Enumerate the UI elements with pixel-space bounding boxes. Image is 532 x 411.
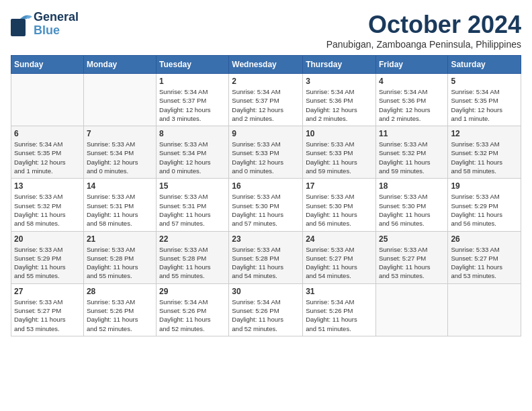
day-number: 1 bbox=[159, 77, 226, 86]
day-number: 27 bbox=[14, 287, 81, 296]
day-info: Sunrise: 5:33 AM Sunset: 5:29 PM Dayligh… bbox=[14, 245, 81, 281]
day-number: 22 bbox=[159, 234, 226, 244]
calendar-cell: 18Sunrise: 5:33 AM Sunset: 5:30 PM Dayli… bbox=[375, 179, 447, 231]
day-number: 8 bbox=[159, 129, 226, 138]
day-number: 5 bbox=[451, 77, 518, 86]
calendar-cell: 22Sunrise: 5:33 AM Sunset: 5:28 PM Dayli… bbox=[157, 231, 229, 283]
header-friday: Friday bbox=[375, 56, 447, 74]
day-info: Sunrise: 5:33 AM Sunset: 5:27 PM Dayligh… bbox=[14, 298, 81, 333]
day-number: 7 bbox=[87, 129, 153, 138]
calendar-cell: 11Sunrise: 5:33 AM Sunset: 5:32 PM Dayli… bbox=[375, 126, 447, 179]
calendar-cell bbox=[11, 74, 84, 126]
day-number: 30 bbox=[232, 287, 300, 296]
location: Panubigan, Zamboanga Peninsula, Philippi… bbox=[326, 39, 521, 50]
day-number: 31 bbox=[306, 287, 373, 296]
header-wednesday: Wednesday bbox=[229, 56, 303, 74]
header-sunday: Sunday bbox=[11, 56, 84, 74]
day-info: Sunrise: 5:33 AM Sunset: 5:31 PM Dayligh… bbox=[87, 192, 153, 228]
day-number: 25 bbox=[379, 234, 445, 244]
header-thursday: Thursday bbox=[303, 56, 376, 74]
day-number: 3 bbox=[306, 77, 373, 86]
day-number: 16 bbox=[232, 181, 300, 191]
logo-blue-text: Blue bbox=[34, 24, 79, 38]
day-number: 19 bbox=[451, 181, 518, 191]
header-row: Sunday Monday Tuesday Wednesday Thursday… bbox=[11, 56, 521, 74]
day-number: 13 bbox=[14, 181, 81, 191]
logo-general-text: General bbox=[34, 11, 79, 24]
calendar-cell: 24Sunrise: 5:33 AM Sunset: 5:27 PM Dayli… bbox=[303, 231, 376, 283]
day-info: Sunrise: 5:33 AM Sunset: 5:28 PM Dayligh… bbox=[87, 245, 153, 281]
day-info: Sunrise: 5:34 AM Sunset: 5:37 PM Dayligh… bbox=[159, 87, 226, 123]
day-info: Sunrise: 5:33 AM Sunset: 5:27 PM Dayligh… bbox=[306, 245, 373, 281]
calendar-week-4: 20Sunrise: 5:33 AM Sunset: 5:29 PM Dayli… bbox=[11, 231, 521, 283]
day-number: 18 bbox=[379, 181, 445, 191]
calendar-cell: 8Sunrise: 5:33 AM Sunset: 5:34 PM Daylig… bbox=[157, 126, 229, 179]
day-info: Sunrise: 5:34 AM Sunset: 5:36 PM Dayligh… bbox=[379, 87, 445, 123]
calendar-cell: 6Sunrise: 5:34 AM Sunset: 5:35 PM Daylig… bbox=[11, 126, 84, 179]
day-number: 14 bbox=[87, 181, 153, 191]
calendar-cell: 7Sunrise: 5:33 AM Sunset: 5:34 PM Daylig… bbox=[83, 126, 156, 179]
calendar-cell: 28Sunrise: 5:33 AM Sunset: 5:26 PM Dayli… bbox=[83, 283, 156, 336]
day-info: Sunrise: 5:33 AM Sunset: 5:28 PM Dayligh… bbox=[232, 245, 300, 281]
logo-icon bbox=[11, 12, 32, 36]
day-info: Sunrise: 5:33 AM Sunset: 5:32 PM Dayligh… bbox=[379, 140, 445, 175]
header-saturday: Saturday bbox=[448, 56, 521, 74]
day-number: 15 bbox=[159, 181, 226, 191]
svg-rect-0 bbox=[11, 19, 26, 36]
calendar-cell: 27Sunrise: 5:33 AM Sunset: 5:27 PM Dayli… bbox=[11, 283, 84, 336]
day-info: Sunrise: 5:33 AM Sunset: 5:34 PM Dayligh… bbox=[159, 140, 226, 175]
calendar-cell: 21Sunrise: 5:33 AM Sunset: 5:28 PM Dayli… bbox=[83, 231, 156, 283]
day-info: Sunrise: 5:33 AM Sunset: 5:30 PM Dayligh… bbox=[306, 192, 373, 228]
month-title: October 2024 bbox=[326, 11, 521, 39]
calendar-table: Sunday Monday Tuesday Wednesday Thursday… bbox=[11, 55, 521, 336]
day-info: Sunrise: 5:34 AM Sunset: 5:26 PM Dayligh… bbox=[232, 298, 300, 333]
day-info: Sunrise: 5:33 AM Sunset: 5:32 PM Dayligh… bbox=[451, 140, 518, 175]
day-number: 9 bbox=[232, 129, 300, 138]
day-number: 6 bbox=[14, 129, 81, 138]
calendar-cell: 17Sunrise: 5:33 AM Sunset: 5:30 PM Dayli… bbox=[303, 179, 376, 231]
calendar-cell: 29Sunrise: 5:34 AM Sunset: 5:26 PM Dayli… bbox=[157, 283, 229, 336]
header-monday: Monday bbox=[83, 56, 156, 74]
title-section: October 2024 Panubigan, Zamboanga Penins… bbox=[326, 11, 521, 50]
day-info: Sunrise: 5:33 AM Sunset: 5:27 PM Dayligh… bbox=[451, 245, 518, 281]
day-info: Sunrise: 5:34 AM Sunset: 5:26 PM Dayligh… bbox=[159, 298, 226, 333]
day-number: 28 bbox=[87, 287, 153, 296]
calendar-cell: 31Sunrise: 5:34 AM Sunset: 5:26 PM Dayli… bbox=[303, 283, 376, 336]
day-number: 10 bbox=[306, 129, 373, 138]
day-info: Sunrise: 5:33 AM Sunset: 5:31 PM Dayligh… bbox=[159, 192, 226, 228]
calendar-cell: 13Sunrise: 5:33 AM Sunset: 5:32 PM Dayli… bbox=[11, 179, 84, 231]
calendar-cell: 30Sunrise: 5:34 AM Sunset: 5:26 PM Dayli… bbox=[229, 283, 303, 336]
day-number: 2 bbox=[232, 77, 300, 86]
calendar-cell: 14Sunrise: 5:33 AM Sunset: 5:31 PM Dayli… bbox=[83, 179, 156, 231]
calendar-cell bbox=[448, 283, 521, 336]
calendar-cell: 12Sunrise: 5:33 AM Sunset: 5:32 PM Dayli… bbox=[448, 126, 521, 179]
day-info: Sunrise: 5:34 AM Sunset: 5:37 PM Dayligh… bbox=[232, 87, 300, 123]
day-number: 26 bbox=[451, 234, 518, 244]
calendar-cell: 10Sunrise: 5:33 AM Sunset: 5:33 PM Dayli… bbox=[303, 126, 376, 179]
calendar-cell: 2Sunrise: 5:34 AM Sunset: 5:37 PM Daylig… bbox=[229, 74, 303, 126]
logo-label: General Blue bbox=[34, 11, 79, 38]
day-info: Sunrise: 5:33 AM Sunset: 5:27 PM Dayligh… bbox=[379, 245, 445, 281]
header-tuesday: Tuesday bbox=[157, 56, 229, 74]
day-number: 20 bbox=[14, 234, 81, 244]
calendar-cell bbox=[375, 283, 447, 336]
calendar-body: 1Sunrise: 5:34 AM Sunset: 5:37 PM Daylig… bbox=[11, 74, 521, 336]
day-info: Sunrise: 5:33 AM Sunset: 5:33 PM Dayligh… bbox=[306, 140, 373, 175]
day-info: Sunrise: 5:34 AM Sunset: 5:36 PM Dayligh… bbox=[306, 87, 373, 123]
day-info: Sunrise: 5:33 AM Sunset: 5:32 PM Dayligh… bbox=[14, 192, 81, 228]
day-info: Sunrise: 5:33 AM Sunset: 5:29 PM Dayligh… bbox=[451, 192, 518, 228]
day-number: 23 bbox=[232, 234, 300, 244]
calendar-cell: 19Sunrise: 5:33 AM Sunset: 5:29 PM Dayli… bbox=[448, 179, 521, 231]
day-number: 29 bbox=[159, 287, 226, 296]
day-info: Sunrise: 5:33 AM Sunset: 5:30 PM Dayligh… bbox=[379, 192, 445, 228]
calendar-week-5: 27Sunrise: 5:33 AM Sunset: 5:27 PM Dayli… bbox=[11, 283, 521, 336]
day-info: Sunrise: 5:34 AM Sunset: 5:35 PM Dayligh… bbox=[14, 140, 81, 175]
calendar-cell: 5Sunrise: 5:34 AM Sunset: 5:35 PM Daylig… bbox=[448, 74, 521, 126]
day-number: 11 bbox=[379, 129, 445, 138]
day-number: 12 bbox=[451, 129, 518, 138]
day-info: Sunrise: 5:33 AM Sunset: 5:34 PM Dayligh… bbox=[87, 140, 153, 175]
day-number: 21 bbox=[87, 234, 153, 244]
day-number: 17 bbox=[306, 181, 373, 191]
calendar-cell bbox=[83, 74, 156, 126]
calendar-week-1: 1Sunrise: 5:34 AM Sunset: 5:37 PM Daylig… bbox=[11, 74, 521, 126]
